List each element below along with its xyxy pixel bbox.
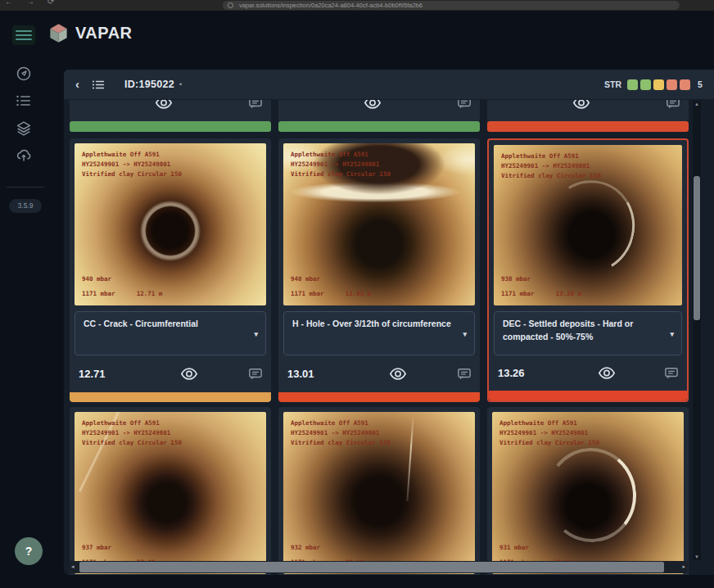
grade-summary: STR 5 SE bbox=[604, 70, 714, 99]
vertical-scroll-thumb[interactable] bbox=[694, 176, 700, 320]
scroll-up-icon[interactable]: ▲ bbox=[693, 102, 701, 106]
comment-icon[interactable] bbox=[665, 367, 678, 379]
chevron-down-icon: ▾ bbox=[670, 329, 674, 341]
defect-card[interactable]: Applethwaite Off A591HY25249901 -> HY252… bbox=[487, 407, 689, 575]
card-fragment[interactable] bbox=[487, 100, 689, 121]
defect-card[interactable]: Applethwaite Off A591HY25249901 -> HY252… bbox=[278, 407, 480, 575]
severity-bar bbox=[70, 392, 271, 402]
sidebar-item-layers[interactable] bbox=[16, 120, 32, 137]
browser-reload-icon[interactable]: ⟳ bbox=[47, 0, 54, 6]
horizontal-scroll-thumb[interactable] bbox=[79, 562, 664, 572]
str-swatch-4 bbox=[667, 79, 677, 90]
defect-select[interactable]: DEC - Settled deposits - Hard or compact… bbox=[494, 311, 682, 355]
pipe-highlight-arc bbox=[541, 443, 640, 546]
app-screen: ← → ⟳ vapar.solutions/inspection/0a20ca2… bbox=[0, 0, 714, 588]
brand-name: VAPAR bbox=[75, 24, 133, 43]
vapar-logo: VAPAR bbox=[47, 22, 133, 44]
list-icon bbox=[16, 94, 32, 107]
str-count: 5 bbox=[698, 79, 703, 89]
card-footer: 12.71 bbox=[70, 355, 271, 391]
sidebar-item-dashboard[interactable] bbox=[16, 66, 32, 82]
pipe-image[interactable]: Applethwaite Off A591HY25249901 -> HY252… bbox=[492, 412, 684, 574]
severity-bar bbox=[70, 121, 271, 132]
horizontal-scrollbar[interactable]: ◂ ▸ bbox=[69, 561, 688, 573]
image-overlay-header: Applethwaite Off A591HY25249901 -> HY252… bbox=[291, 150, 391, 179]
card-footer: 13.01 bbox=[278, 355, 480, 391]
defect-select[interactable]: H - Hole - Over 3/12th of circumference … bbox=[283, 311, 475, 355]
defect-card-selected[interactable]: Applethwaite Off A591HY25249901 -> HY252… bbox=[487, 138, 689, 402]
view-eye-icon[interactable] bbox=[549, 367, 665, 379]
pipe-image[interactable]: Applethwaite Off A591HY25249901 -> HY252… bbox=[283, 412, 475, 574]
card-fragment[interactable] bbox=[70, 100, 271, 121]
sidebar-item-upload[interactable] bbox=[16, 147, 32, 164]
pipe-image[interactable]: Applethwaite Off A591HY25249901 -> HY252… bbox=[494, 145, 682, 305]
comment-icon[interactable] bbox=[249, 100, 262, 109]
list-view-icon[interactable] bbox=[92, 79, 105, 90]
browser-forward-icon[interactable]: → bbox=[26, 0, 34, 6]
inspection-panel: ‹ ID:195022 • STR 5 SE bbox=[64, 70, 714, 575]
scroll-right-icon[interactable]: ▸ bbox=[682, 563, 685, 570]
comment-icon[interactable] bbox=[458, 368, 471, 380]
help-button[interactable]: ? bbox=[15, 537, 43, 565]
str-swatch-3 bbox=[653, 79, 664, 90]
str-swatch-2 bbox=[640, 79, 651, 90]
severity-bar bbox=[278, 392, 480, 402]
view-eye-icon[interactable] bbox=[496, 100, 667, 109]
comment-icon[interactable] bbox=[667, 100, 680, 109]
severity-bar bbox=[489, 391, 687, 400]
view-eye-icon[interactable] bbox=[79, 100, 249, 109]
comment-icon[interactable] bbox=[249, 368, 262, 380]
chainage-value: 12.71 bbox=[79, 368, 129, 380]
image-overlay-header: Applethwaite Off A591HY25249901 -> HY252… bbox=[82, 150, 182, 179]
pipe-highlight-arc bbox=[536, 171, 644, 283]
version-badge: 3.5.9 bbox=[9, 199, 42, 213]
defect-select-value: H - Hole - Over 3/12th of circumference bbox=[292, 319, 451, 328]
view-eye-icon[interactable] bbox=[129, 368, 249, 380]
card-footer: 13.26 bbox=[489, 355, 687, 391]
card-fragment[interactable] bbox=[278, 100, 480, 121]
pipe-image[interactable]: Applethwaite Off A591HY25249901 -> HY252… bbox=[75, 143, 266, 305]
id-dot: • bbox=[179, 80, 182, 88]
defect-card[interactable]: Applethwaite Off A591HY25249901 -> HY252… bbox=[70, 138, 271, 402]
image-overlay-footer: 940 mbar 1171 mbar12.71 m bbox=[82, 275, 162, 298]
chainage-value: 13.01 bbox=[287, 368, 338, 380]
sidebar-divider bbox=[7, 187, 44, 188]
image-overlay-footer: 938 mbar 1171 mbar13.26 m bbox=[501, 275, 581, 298]
image-overlay-header: Applethwaite Off A591HY25249901 -> HY252… bbox=[499, 418, 599, 448]
cloud-upload-icon bbox=[16, 147, 32, 162]
browser-back-icon[interactable]: ← bbox=[5, 0, 13, 6]
compass-icon bbox=[16, 66, 32, 82]
pipe-crack-line bbox=[407, 417, 414, 501]
pipe-image[interactable]: Applethwaite Off A591HY25249901 -> HY252… bbox=[75, 412, 266, 574]
image-overlay-header: Applethwaite Off A591HY25249901 -> HY252… bbox=[501, 152, 601, 181]
comment-icon[interactable] bbox=[458, 100, 471, 109]
url-text: vapar.solutions/inspection/0a20ca24-a804… bbox=[239, 1, 423, 10]
view-eye-icon[interactable] bbox=[287, 100, 458, 109]
defect-card[interactable]: Applethwaite Off A591HY25249901 -> HY252… bbox=[278, 138, 480, 402]
severity-bar bbox=[487, 121, 689, 132]
layers-icon bbox=[16, 120, 32, 137]
cube-logo-icon bbox=[47, 22, 70, 44]
str-swatch-5 bbox=[680, 79, 690, 90]
str-swatch-1 bbox=[627, 79, 638, 90]
back-chevron-icon[interactable]: ‹ bbox=[75, 70, 79, 99]
site-info-icon[interactable] bbox=[228, 2, 233, 8]
defect-card[interactable]: Applethwaite Off A591HY25249901 -> HY252… bbox=[70, 407, 271, 575]
sidebar-item-list[interactable] bbox=[16, 94, 32, 111]
inspection-id: ID:195022 bbox=[124, 79, 174, 90]
view-eye-icon[interactable] bbox=[338, 368, 458, 380]
chevron-down-icon: ▾ bbox=[463, 329, 467, 341]
scroll-left-icon[interactable]: ◂ bbox=[71, 563, 75, 570]
image-overlay-header: Applethwaite Off A591HY25249901 -> HY252… bbox=[291, 418, 391, 448]
menu-hamburger-icon[interactable] bbox=[12, 25, 35, 45]
chevron-down-icon: ▾ bbox=[254, 329, 258, 341]
vertical-scrollbar[interactable]: ▲ ▼ bbox=[693, 101, 701, 560]
chainage-value: 13.26 bbox=[498, 367, 549, 379]
panel-header: ‹ ID:195022 • STR 5 SE bbox=[64, 70, 714, 99]
scroll-down-icon[interactable]: ▼ bbox=[693, 554, 701, 559]
pipe-image[interactable]: Applethwaite Off A591HY25249901 -> HY252… bbox=[283, 143, 475, 305]
image-overlay-header: Applethwaite Off A591HY25249901 -> HY252… bbox=[82, 418, 182, 448]
severity-bar bbox=[278, 121, 480, 132]
defect-select[interactable]: CC - Crack - Circumferential ▾ bbox=[75, 311, 266, 355]
address-bar[interactable]: vapar.solutions/inspection/0a20ca24-a804… bbox=[223, 1, 680, 10]
